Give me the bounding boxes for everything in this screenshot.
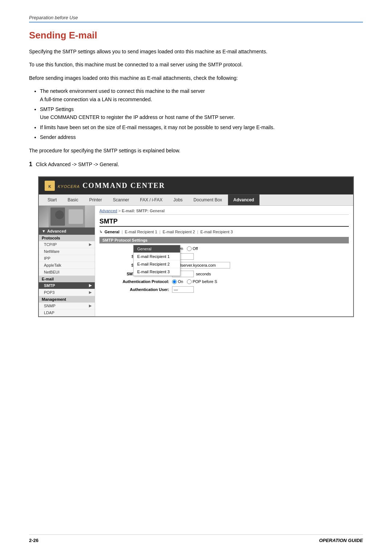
form-row-auth-user: Authentication User: bbox=[99, 286, 349, 293]
breadcrumb-advanced-link[interactable]: Advanced bbox=[99, 209, 117, 213]
arrow-icon: ▶ bbox=[89, 283, 92, 287]
footer-page-number: 2-26 bbox=[29, 538, 38, 543]
nav-printer[interactable]: Printer bbox=[84, 195, 107, 205]
sidebar-image bbox=[49, 206, 85, 227]
intro-para-1: Specifying the SMTP settings allows you … bbox=[29, 48, 363, 56]
field-value-auth-user bbox=[172, 286, 194, 293]
nav-document-box[interactable]: Document Box bbox=[188, 195, 227, 205]
sidebar-item-netbeui[interactable]: NetBEUI bbox=[39, 269, 95, 276]
field-value-smtp-server-name bbox=[172, 262, 230, 268]
procedure-text: The procedure for specifying the SMTP se… bbox=[29, 147, 363, 155]
page-container: Preparation before Use Sending E-mail Sp… bbox=[0, 0, 392, 554]
nav-jobs[interactable]: Jobs bbox=[168, 195, 188, 205]
sidebar-item-ipp[interactable]: IPP bbox=[39, 255, 95, 262]
sidebar-category-email: E-mail bbox=[39, 276, 95, 282]
sidebar-advanced-label: Advanced bbox=[47, 229, 66, 233]
sub-nav-arrow: ↳ bbox=[99, 230, 102, 234]
section-title: Sending E-mail bbox=[29, 30, 363, 41]
step-text: Click Advanced -> SMTP -> General. bbox=[36, 161, 119, 167]
radio-off[interactable]: Off bbox=[187, 246, 198, 251]
dropdown-item-recipient2[interactable]: E-mail Recipient 2 bbox=[134, 260, 180, 268]
nav-scanner[interactable]: Scanner bbox=[108, 195, 134, 205]
form-row-auth-protocol: Authentication Protocol: On POP before S bbox=[99, 279, 349, 284]
screenshot-box: K KYOCERA COMMAND CENTER Start Basic Pri… bbox=[38, 176, 354, 317]
timeout-unit-label: seconds bbox=[196, 272, 211, 276]
page-footer: 2-26 OPERATION GUIDE bbox=[29, 534, 363, 543]
svg-text:K: K bbox=[48, 185, 51, 189]
cc-nav: Start Basic Printer Scanner FAX / i-FAX … bbox=[39, 194, 353, 206]
sidebar-category-protocols: Protocols bbox=[39, 235, 95, 241]
cc-logo-text: KYOCERA bbox=[58, 184, 80, 189]
cc-section-header: SMTP Protocol Settings bbox=[99, 237, 349, 243]
sidebar-category-management: Management bbox=[39, 296, 95, 303]
sidebar-item-smtp[interactable]: SMTP ▶ bbox=[39, 282, 95, 289]
sub-nav-recipient2[interactable]: E-mail Recipient 2 bbox=[163, 230, 195, 234]
sidebar-item-tcpip[interactable]: TCP/IP ▶ bbox=[39, 241, 95, 248]
breadcrumb: Preparation before Use bbox=[29, 15, 78, 20]
sidebar-item-pop3[interactable]: POP3 ▶ bbox=[39, 289, 95, 296]
kyocera-logo-icon: K bbox=[45, 181, 55, 191]
arrow-icon: ▶ bbox=[89, 304, 92, 308]
field-label-auth-protocol: Authentication Protocol: bbox=[99, 279, 172, 284]
nav-advanced[interactable]: Advanced bbox=[228, 194, 260, 205]
sub-nav-recipient1[interactable]: E-mail Recipient 1 bbox=[125, 230, 157, 234]
dropdown-item-recipient1[interactable]: E-mail Recipient 1 bbox=[134, 253, 180, 260]
arrow-icon: ▶ bbox=[89, 242, 92, 246]
cc-sub-nav: ↳ General | E-mail Recipient 1 | E-mail … bbox=[99, 230, 349, 234]
nav-start[interactable]: Start bbox=[42, 195, 62, 205]
radio-pop-before-s[interactable]: POP before S bbox=[187, 279, 217, 284]
svg-point-5 bbox=[55, 210, 64, 219]
footer-guide-title: OPERATION GUIDE bbox=[319, 538, 363, 543]
cc-header: K KYOCERA COMMAND CENTER bbox=[39, 177, 353, 194]
sidebar-item-netware[interactable]: NetWare bbox=[39, 248, 95, 255]
arrow-icon: ▼ bbox=[42, 229, 46, 233]
intro-para-3: Before sending images loaded onto this m… bbox=[29, 74, 363, 82]
nav-basic[interactable]: Basic bbox=[62, 195, 83, 205]
sub-nav-recipient3[interactable]: E-mail Recipient 3 bbox=[200, 230, 233, 234]
radio-auth-on-input[interactable] bbox=[172, 279, 177, 284]
dropdown-item-recipient3[interactable]: E-mail Recipient 3 bbox=[134, 268, 180, 276]
smtp-server-name-input[interactable] bbox=[172, 262, 230, 268]
header-section: Preparation before Use bbox=[29, 15, 363, 22]
svg-rect-4 bbox=[69, 209, 83, 224]
list-item: The network environment used to connect … bbox=[40, 87, 363, 103]
cc-sidebar: ▼ Advanced Protocols TCP/IP ▶ NetWare IP… bbox=[39, 206, 95, 316]
step-1: 1 Click Advanced -> SMTP -> General. bbox=[29, 160, 363, 169]
radio-pop-before-s-input[interactable] bbox=[187, 279, 192, 284]
radio-auth-on[interactable]: On bbox=[172, 279, 183, 284]
sub-nav-general[interactable]: General bbox=[105, 230, 119, 234]
dropdown-overlay: General E-mail Recipient 1 E-mail Recipi… bbox=[133, 245, 180, 276]
bullet-list: The network environment used to connect … bbox=[40, 87, 363, 141]
list-item: SMTP SettingsUse COMMAND CENTER to regis… bbox=[40, 105, 363, 122]
field-value-auth-protocol: On POP before S bbox=[172, 279, 217, 284]
sidebar-section-header: ▼ Advanced bbox=[39, 227, 95, 235]
arrow-icon: ▶ bbox=[89, 290, 92, 294]
list-item: If limits have been set on the size of E… bbox=[40, 123, 363, 131]
cc-content: ▼ Advanced Protocols TCP/IP ▶ NetWare IP… bbox=[39, 206, 353, 316]
step-number: 1 bbox=[29, 161, 32, 167]
cc-breadcrumb: Advanced > E-mail: SMTP: General bbox=[99, 209, 349, 215]
cc-main: Advanced > E-mail: SMTP: General SMTP ↳ … bbox=[95, 206, 353, 316]
field-label-auth-user: Authentication User: bbox=[99, 287, 172, 292]
auth-user-input[interactable] bbox=[172, 286, 194, 293]
cc-title: COMMAND CENTER bbox=[82, 181, 165, 189]
nav-fax[interactable]: FAX / i-FAX bbox=[135, 195, 168, 205]
radio-off-input[interactable] bbox=[187, 246, 192, 251]
sidebar-item-snmp[interactable]: SNMP ▶ bbox=[39, 303, 95, 309]
cc-page-title: SMTP bbox=[99, 218, 349, 227]
sidebar-item-appletalk[interactable]: AppleTalk bbox=[39, 262, 95, 269]
intro-para-2: To use this function, this machine must … bbox=[29, 61, 363, 69]
sidebar-item-ldap[interactable]: LDAP bbox=[39, 309, 95, 316]
breadcrumb-current: E-mail: SMTP: General bbox=[122, 209, 164, 213]
sidebar-thumb bbox=[39, 206, 95, 227]
dropdown-item-general[interactable]: General bbox=[134, 245, 180, 253]
list-item: Sender address bbox=[40, 133, 363, 141]
